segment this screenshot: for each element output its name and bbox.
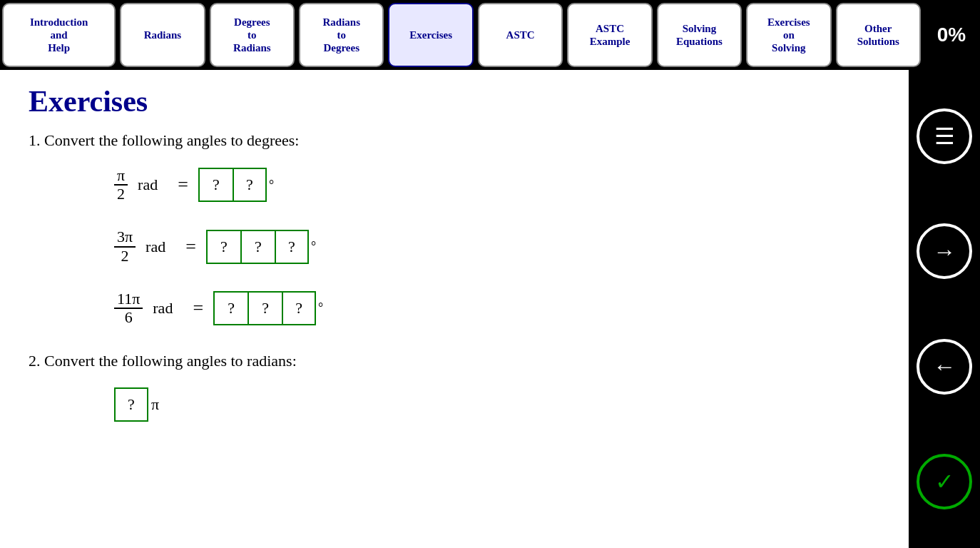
fraction-pi-2: π 2 (114, 167, 128, 203)
tab-other-solutions[interactable]: OtherSolutions (836, 3, 921, 67)
rad-label-3: rad (153, 299, 173, 318)
answer-box-2-1[interactable]: ? (206, 230, 240, 264)
menu-icon: ☰ (934, 123, 955, 150)
fraction-numer-2: 3π (114, 228, 136, 247)
fraction-11pi-6: 11π 6 (114, 290, 143, 326)
answer-box-1-2[interactable]: ? (233, 168, 267, 202)
sidebar: ☰ → ← ✓ (909, 70, 980, 548)
question-1-text: 1. Convert the following angles to degre… (29, 131, 880, 150)
next-button[interactable]: → (917, 223, 972, 279)
equals-2: = (185, 236, 196, 258)
fraction-denom-2: 2 (118, 248, 132, 265)
answer-box-3-2[interactable]: ? (247, 291, 282, 325)
main-area: Exercises 1. Convert the following angle… (0, 70, 980, 548)
tab-exercises[interactable]: Exercises (388, 3, 473, 67)
problem-1-row: π 2 rad = ? ? ° (29, 167, 880, 203)
check-icon: ✓ (935, 468, 954, 495)
menu-button[interactable]: ☰ (917, 108, 972, 164)
answer-box-3-1[interactable]: ? (213, 291, 247, 325)
page-title: Exercises (29, 84, 880, 118)
back-icon: ← (933, 353, 956, 380)
tab-deg-to-rad[interactable]: DegreestoRadians (210, 3, 295, 67)
problem-4-row: ? π (29, 387, 880, 422)
equals-3: = (193, 298, 203, 319)
navbar: IntroductionandHelp Radians DegreestoRad… (0, 0, 980, 70)
fraction-denom-1: 2 (114, 186, 128, 203)
fraction-denom-3: 6 (122, 309, 136, 326)
tab-astc[interactable]: ASTC (478, 3, 563, 67)
fraction-numer-3: 11π (114, 290, 143, 309)
answer-boxes-4: ? (114, 387, 148, 422)
tab-rad-to-deg[interactable]: RadianstoDegrees (299, 3, 384, 67)
content-area: Exercises 1. Convert the following angle… (0, 70, 909, 548)
tab-radians[interactable]: Radians (120, 3, 205, 67)
progress-display: 0% (923, 0, 980, 70)
fraction-numer-1: π (114, 167, 128, 186)
pi-suffix: π (151, 395, 159, 414)
answer-box-4-1[interactable]: ? (114, 387, 148, 422)
rad-label-1: rad (138, 176, 158, 194)
degree-symbol-3: ° (318, 300, 323, 315)
degree-symbol-1: ° (269, 178, 274, 193)
answer-box-2-3[interactable]: ? (275, 230, 309, 264)
problem-2-row: 3π 2 rad = ? ? ? ° (29, 228, 880, 264)
tab-intro[interactable]: IntroductionandHelp (2, 3, 116, 67)
next-icon: → (933, 238, 956, 265)
answer-box-1-1[interactable]: ? (198, 168, 233, 202)
question-2-text: 2. Convert the following angles to radia… (29, 352, 880, 370)
rad-label-2: rad (146, 238, 165, 256)
tab-astc-example[interactable]: ASTCExample (567, 3, 652, 67)
back-button[interactable]: ← (917, 339, 972, 395)
degree-symbol-2: ° (311, 239, 316, 254)
answer-box-3-3[interactable]: ? (282, 291, 316, 325)
check-button[interactable]: ✓ (917, 454, 972, 509)
equals-1: = (178, 174, 188, 196)
fraction-3pi-2: 3π 2 (114, 228, 136, 264)
tab-exercises-solving[interactable]: ExercisesonSolving (746, 3, 831, 67)
answer-boxes-3: ? ? ? (213, 291, 316, 325)
answer-boxes-1: ? ? (198, 168, 267, 202)
answer-boxes-2: ? ? ? (206, 230, 309, 264)
tab-solving-equations[interactable]: SolvingEquations (657, 3, 742, 67)
answer-box-2-2[interactable]: ? (240, 230, 275, 264)
problem-3-row: 11π 6 rad = ? ? ? ° (29, 290, 880, 326)
